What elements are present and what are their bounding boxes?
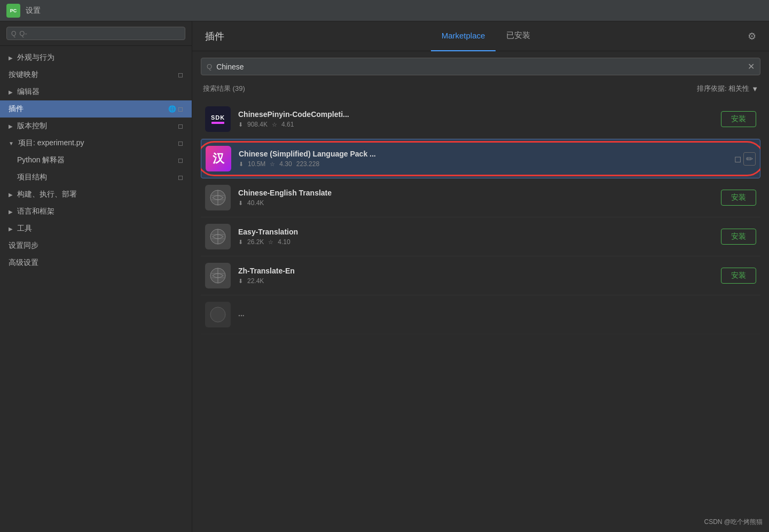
plugin-item-zh-translate-en[interactable]: Zh-Translate-En 22.4K 安装 xyxy=(201,256,760,295)
sidebar-item-label: 设置同步 xyxy=(9,241,38,251)
sidebar-search-icon: Q xyxy=(11,30,16,37)
sidebar-item-settings-sync[interactable]: 设置同步 xyxy=(0,237,192,254)
plugin-item-chinese-simplified[interactable]: 汉 Chinese (Simplified) Language Pack ...… xyxy=(201,139,760,178)
chevron-icon xyxy=(9,226,13,232)
plugin-info: ... xyxy=(238,309,756,320)
sidebar-item-label: 版本控制 xyxy=(17,121,47,131)
sidebar-item-languages[interactable]: 语言和框架 xyxy=(0,203,192,220)
chevron-icon xyxy=(9,140,14,146)
plugin-icon-generic xyxy=(205,302,231,327)
plugin-info: Chinese-English Translate 40.4K xyxy=(238,189,713,207)
download-icon xyxy=(238,238,243,246)
chevron-icon xyxy=(9,192,13,198)
sidebar-item-label: 语言和框架 xyxy=(17,207,54,216)
star-icon xyxy=(270,160,275,168)
plugin-stars: 4.61 xyxy=(281,121,294,128)
plugin-meta: 22.4K xyxy=(238,277,713,285)
sidebar-item-tools[interactable]: 工具 xyxy=(0,220,192,237)
plugin-search-input[interactable] xyxy=(216,62,743,71)
plugins-header: 插件 Marketplace 已安装 ⚙ xyxy=(192,21,769,51)
sidebar-item-build[interactable]: 构建、执行、部署 xyxy=(0,186,192,203)
sidebar-right-icons: ◻ xyxy=(178,71,183,79)
plugin-name: Zh-Translate-En xyxy=(238,267,713,275)
plugin-item-easy-translation[interactable]: Easy-Translation 26.2K 4.10 安装 xyxy=(201,217,760,256)
sidebar-item-appearance[interactable]: 外观与行为 xyxy=(0,49,192,66)
sdk-bar xyxy=(211,122,224,124)
install-button-chinese-english[interactable]: 安装 xyxy=(721,190,756,206)
sidebar-item-label: 高级设置 xyxy=(9,258,38,268)
plugin-stars: 4.30 xyxy=(279,160,292,168)
plugin-name: Chinese-English Translate xyxy=(238,189,713,197)
sidebar-item-project[interactable]: 项目: experiment.py ◻ xyxy=(0,135,192,152)
sidebar-nav: 外观与行为 按键映射 ◻ 编辑器 插件 🌐 ◻ 版本控制 ◻ 项目: exp xyxy=(0,46,192,532)
sidebar-right-icons: ◻ xyxy=(178,157,183,164)
sidebar-search-input[interactable] xyxy=(19,29,181,37)
installed-icon: ◻ xyxy=(734,154,741,164)
sidebar-item-advanced[interactable]: 高级设置 xyxy=(0,254,192,271)
plugin-icon-generic xyxy=(205,224,231,249)
svg-point-3 xyxy=(210,307,225,322)
plugin-item-partial[interactable]: ... xyxy=(201,295,760,334)
content-area: 插件 Marketplace 已安装 ⚙ Q ✕ 搜索结果 (39) xyxy=(192,21,769,532)
plugin-icon-generic xyxy=(205,185,231,210)
install-button-chinese-pinyin[interactable]: 安装 xyxy=(721,111,756,127)
sidebar-item-label: 编辑器 xyxy=(17,87,40,97)
plugin-downloads: 908.4K xyxy=(247,121,268,128)
sidebar-right-icons: ◻ xyxy=(178,139,183,147)
sidebar-item-python-interpreter[interactable]: Python 解释器 ◻ xyxy=(0,152,192,169)
chevron-icon xyxy=(9,55,13,61)
sidebar-item-label: 项目: experiment.py xyxy=(18,138,84,148)
plugin-extra: 223.228 xyxy=(296,160,319,168)
plugin-list: SDK ChinesePinyin-CodeCompleti... 908.4K… xyxy=(201,100,760,532)
download-icon xyxy=(239,160,244,168)
main-layout: Q 外观与行为 按键映射 ◻ 编辑器 插件 🌐 ◻ xyxy=(0,21,769,532)
plugin-content: Q ✕ 搜索结果 (39) 排序依据: 相关性 ▼ SDK xyxy=(192,51,769,532)
download-icon xyxy=(238,199,243,207)
tab-marketplace[interactable]: Marketplace xyxy=(431,21,496,51)
plugin-downloads: 22.4K xyxy=(247,277,264,285)
plugin-name: ... xyxy=(238,309,756,318)
download-icon xyxy=(238,121,243,128)
tab-marketplace-label: Marketplace xyxy=(442,31,485,40)
plugin-item-chinese-english[interactable]: Chinese-English Translate 40.4K 安装 xyxy=(201,178,760,217)
plugin-search-bar[interactable]: Q ✕ xyxy=(201,58,760,75)
title-bar: PC 设置 xyxy=(0,0,769,21)
sidebar-search-wrapper[interactable]: Q xyxy=(6,27,185,40)
plugin-info: Chinese (Simplified) Language Pack ... 1… xyxy=(239,150,727,168)
install-button-easy-translation[interactable]: 安装 xyxy=(721,229,756,245)
sort-dropdown[interactable]: 排序依据: 相关性 ▼ xyxy=(697,84,758,93)
gear-icon-button[interactable]: ⚙ xyxy=(748,30,756,42)
sidebar-right-icons: ◻ xyxy=(178,122,183,130)
sidebar-item-editor[interactable]: 编辑器 xyxy=(0,83,192,100)
sidebar-search-box: Q xyxy=(0,21,192,46)
chevron-down-icon: ▼ xyxy=(751,85,758,93)
tab-installed[interactable]: 已安装 xyxy=(496,21,541,51)
plugin-downloads: 40.4K xyxy=(247,199,264,207)
sidebar: Q 外观与行为 按键映射 ◻ 编辑器 插件 🌐 ◻ xyxy=(0,21,192,532)
installed-badge: ◻ ✏ xyxy=(734,152,756,166)
install-button-zh-translate-en[interactable]: 安装 xyxy=(721,268,756,284)
plugin-item-chinese-pinyin[interactable]: SDK ChinesePinyin-CodeCompleti... 908.4K… xyxy=(201,100,760,139)
download-icon xyxy=(238,277,243,285)
plugin-meta: 26.2K 4.10 xyxy=(238,238,713,246)
sidebar-item-label: Python 解释器 xyxy=(17,155,65,165)
plugin-downloads: 10.5M xyxy=(248,160,265,168)
sidebar-item-label: 外观与行为 xyxy=(17,53,54,62)
plugin-info: Zh-Translate-En 22.4K xyxy=(238,267,713,285)
sidebar-item-keymap[interactable]: 按键映射 ◻ xyxy=(0,66,192,83)
plugin-name: Easy-Translation xyxy=(238,228,713,236)
sidebar-item-plugins[interactable]: 插件 🌐 ◻ xyxy=(0,100,192,118)
tab-installed-label: 已安装 xyxy=(506,30,530,41)
sidebar-item-vcs[interactable]: 版本控制 ◻ xyxy=(0,118,192,135)
clear-search-button[interactable]: ✕ xyxy=(748,61,755,72)
sidebar-right-icons: 🌐 ◻ xyxy=(168,105,183,113)
plugin-icon-generic xyxy=(205,263,231,288)
sidebar-item-project-structure[interactable]: 项目结构 ◻ xyxy=(0,169,192,186)
plugin-name: Chinese (Simplified) Language Pack ... xyxy=(239,150,727,158)
plugin-icon-hanzi: 汉 xyxy=(206,146,231,171)
chevron-icon xyxy=(9,209,13,215)
chevron-icon xyxy=(9,89,13,95)
plugin-info: ChinesePinyin-CodeCompleti... 908.4K 4.6… xyxy=(238,110,713,128)
plugin-meta: 40.4K xyxy=(238,199,713,207)
sidebar-item-label: 项目结构 xyxy=(17,173,47,182)
